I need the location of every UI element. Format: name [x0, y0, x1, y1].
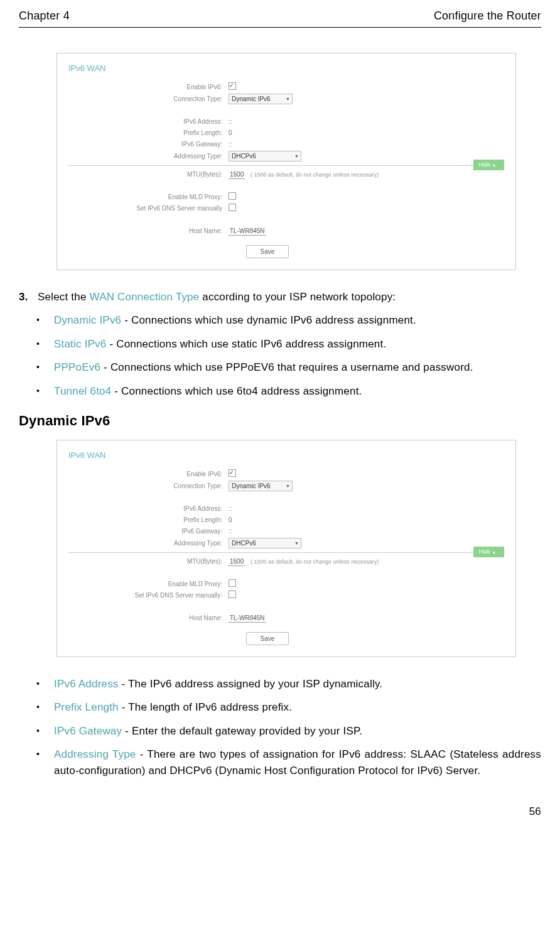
- value-prefix-length: 0: [229, 515, 232, 525]
- label-host-name: Host Name:: [68, 613, 229, 623]
- value-ipv6-gateway: ::: [229, 527, 232, 536]
- select-connection-type[interactable]: Dynamic IPv6: [229, 481, 293, 491]
- list-item: •IPv6 Gateway - Enter the default gatewa…: [36, 723, 541, 739]
- field-desc: - The length of IPv6 address prefix.: [119, 701, 292, 713]
- list-item: •Dynamic IPv6 - Connections which use dy…: [36, 312, 541, 329]
- header-divider: [19, 27, 541, 28]
- label-enable-mld: Enable MLD Proxy:: [68, 579, 229, 589]
- type-name: Dynamic IPv6: [54, 314, 121, 326]
- label-ipv6-address: IPv6 Address:: [68, 117, 229, 126]
- bullet-icon: •: [36, 336, 54, 352]
- value-ipv6-address: ::: [229, 117, 232, 126]
- type-desc: - Connections which use dynamic IPv6 add…: [121, 314, 416, 326]
- input-host-name[interactable]: TL-WR845N: [229, 614, 266, 623]
- list-item: •Tunnel 6to4 - Connections which use 6to…: [36, 383, 541, 400]
- checkbox-dns-manual[interactable]: [229, 204, 236, 211]
- label-dns-manual: Set IPv6 DNS Server manually: [68, 204, 229, 213]
- label-enable-ipv6: Enable IPv6:: [68, 82, 229, 92]
- save-button[interactable]: Save: [246, 632, 289, 645]
- list-item: •IPv6 Address - The IPv6 address assigne…: [36, 676, 541, 692]
- checkbox-enable-ipv6[interactable]: [229, 469, 236, 477]
- type-desc: - Connections which use 6to4 address ass…: [111, 385, 362, 397]
- label-enable-mld: Enable MLD Proxy:: [68, 192, 229, 202]
- value-prefix-length: 0: [229, 128, 232, 138]
- label-ipv6-address: IPv6 Address:: [68, 504, 229, 513]
- mtu-note: ( 1500 as default, do not change unless …: [250, 559, 379, 565]
- bullet-icon: •: [36, 359, 54, 376]
- label-enable-ipv6: Enable IPv6:: [68, 469, 229, 479]
- label-ipv6-gateway: IPv6 Gateway:: [68, 527, 229, 536]
- mtu-note: ( 1500 as default, do not change unless …: [250, 172, 379, 178]
- list-item: •Prefix Length - The length of IPv6 addr…: [36, 699, 541, 716]
- step-3: 3. Select the WAN Connection Type accord…: [19, 289, 541, 305]
- field-name: IPv6 Address: [54, 678, 119, 690]
- ipv6-wan-panel-2: IPv6 WAN Enable IPv6: Connection Type: D…: [57, 440, 516, 657]
- field-name: IPv6 Gateway: [54, 725, 122, 737]
- label-addressing-type: Addressing Type:: [68, 538, 229, 548]
- input-mtu[interactable]: 1500: [229, 170, 245, 179]
- select-addressing-type[interactable]: DHCPv6: [229, 538, 301, 548]
- connection-type-list: •Dynamic IPv6 - Connections which use dy…: [19, 312, 541, 399]
- section-heading-dynamic-ipv6: Dynamic IPv6: [19, 410, 541, 431]
- panel-divider: Hide: [68, 552, 504, 553]
- field-description-list: •IPv6 Address - The IPv6 address assigne…: [19, 676, 541, 779]
- input-mtu[interactable]: 1500: [229, 557, 245, 566]
- value-ipv6-gateway: ::: [229, 139, 232, 149]
- type-desc: - Connections which use PPPoEV6 that req…: [100, 361, 473, 373]
- save-button[interactable]: Save: [246, 245, 289, 258]
- label-host-name: Host Name:: [68, 226, 229, 236]
- label-prefix-length: Prefix Length:: [68, 515, 229, 525]
- bullet-icon: •: [36, 723, 54, 739]
- label-mtu: MTU(Bytes):: [68, 557, 229, 566]
- list-item: •Static IPv6 - Connections which use sta…: [36, 336, 541, 352]
- list-item: •Addressing Type - There are two types o…: [36, 746, 541, 778]
- panel-divider: Hide: [68, 165, 504, 166]
- panel-title: IPv6 WAN: [57, 440, 515, 468]
- select-connection-type[interactable]: Dynamic IPv6: [229, 94, 293, 104]
- label-prefix-length: Prefix Length:: [68, 128, 229, 138]
- bullet-icon: •: [36, 312, 54, 329]
- step-text-prefix: Select the: [38, 291, 90, 303]
- type-name: Static IPv6: [54, 338, 106, 350]
- chapter-label: Chapter 4: [19, 8, 70, 25]
- field-desc: - Enter the default gateway provided by …: [122, 725, 362, 737]
- checkbox-enable-ipv6[interactable]: [229, 82, 236, 90]
- step-number: 3.: [19, 289, 38, 305]
- label-ipv6-gateway: IPv6 Gateway:: [68, 139, 229, 149]
- ipv6-wan-panel-1: IPv6 WAN Enable IPv6: Connection Type: D…: [57, 53, 516, 270]
- type-name: PPPoEv6: [54, 361, 100, 373]
- page-number: 56: [19, 804, 541, 820]
- step-text-suffix: according to your ISP network topolopy:: [199, 291, 396, 303]
- checkbox-enable-mld[interactable]: [229, 579, 236, 587]
- field-name: Prefix Length: [54, 701, 119, 713]
- bullet-icon: •: [36, 699, 54, 716]
- list-item: •PPPoEv6 - Connections which use PPPoEV6…: [36, 359, 541, 376]
- step-text-highlight: WAN Connection Type: [90, 291, 200, 303]
- value-ipv6-address: ::: [229, 504, 232, 513]
- field-desc: - The IPv6 address assigned by your ISP …: [119, 678, 383, 690]
- hide-button[interactable]: Hide: [473, 547, 504, 558]
- hide-button[interactable]: Hide: [473, 160, 504, 171]
- bullet-icon: •: [36, 383, 54, 400]
- select-addressing-type[interactable]: DHCPv6: [229, 151, 301, 161]
- type-name: Tunnel 6to4: [54, 385, 111, 397]
- bullet-icon: •: [36, 746, 54, 778]
- label-mtu: MTU(Bytes):: [68, 170, 229, 179]
- panel-title: IPv6 WAN: [57, 53, 515, 81]
- bullet-icon: •: [36, 676, 54, 692]
- checkbox-dns-manual[interactable]: [229, 591, 236, 598]
- page-title: Configure the Router: [434, 8, 541, 25]
- type-desc: - Connections which use static IPv6 addr…: [106, 338, 386, 350]
- label-addressing-type: Addressing Type:: [68, 151, 229, 161]
- label-connection-type: Connection Type:: [68, 94, 229, 104]
- input-host-name[interactable]: TL-WR845N: [229, 227, 266, 236]
- field-name: Addressing Type: [54, 748, 136, 760]
- label-connection-type: Connection Type:: [68, 481, 229, 491]
- checkbox-enable-mld[interactable]: [229, 192, 236, 200]
- label-dns-manual: Set IPv6 DNS Server manually:: [68, 591, 229, 600]
